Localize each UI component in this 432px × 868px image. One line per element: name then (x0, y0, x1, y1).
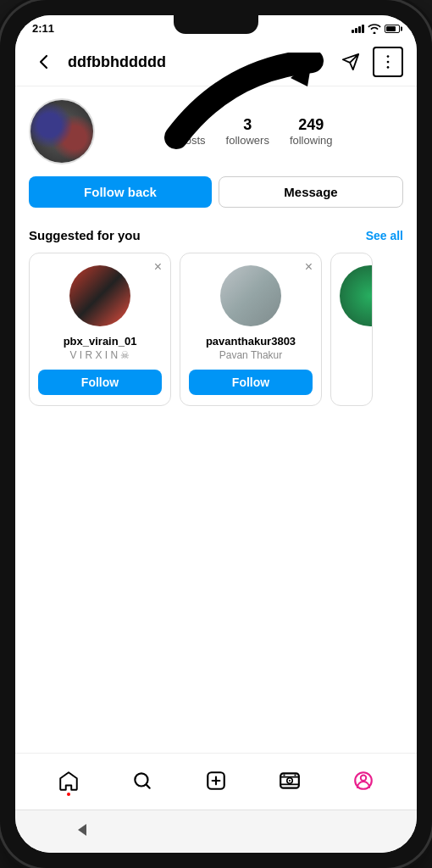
home-notification-dot (67, 793, 70, 796)
status-time: 2:11 (32, 22, 54, 35)
back-button[interactable] (29, 47, 59, 77)
svg-point-9 (283, 774, 285, 776)
content-spacer (15, 495, 417, 754)
svg-point-1 (387, 61, 390, 64)
card-avatar-2 (220, 265, 281, 326)
profile-avatar[interactable] (29, 98, 95, 164)
follow-back-button[interactable]: Follow back (29, 176, 212, 208)
bottom-nav (15, 753, 417, 810)
action-buttons: Follow back Message (29, 176, 403, 208)
nav-profile[interactable] (345, 762, 382, 799)
card-username-1: pbx_virain_01 (38, 335, 162, 348)
svg-point-8 (289, 780, 291, 782)
android-nav (15, 810, 417, 853)
follow-button-2[interactable]: Follow (189, 370, 313, 395)
nav-home[interactable] (50, 762, 87, 799)
svg-point-0 (387, 55, 390, 58)
card-avatar-1 (69, 265, 130, 326)
suggested-section: Suggested for you See all × pbx_virain_0… (15, 216, 417, 495)
arrow-annotation (159, 53, 346, 154)
battery-icon (385, 25, 400, 33)
suggestion-card-2: × pavanthakur3803 Pavan Thakur Follow (180, 253, 322, 406)
status-icons (352, 24, 400, 34)
suggestion-card-3-partial (330, 253, 373, 406)
suggestion-cards-row: × pbx_virain_01 V I R X I N ☠ Follow × p… (29, 253, 403, 406)
suggestion-card-1: × pbx_virain_01 V I R X I N ☠ Follow (29, 253, 171, 406)
see-all-button[interactable]: See all (366, 229, 403, 242)
signal-icon (352, 25, 364, 33)
android-home[interactable] (203, 817, 229, 843)
nav-search[interactable] (124, 762, 161, 799)
follow-button-1[interactable]: Follow (38, 370, 162, 395)
card-displayname-1: V I R X I N ☠ (38, 349, 162, 361)
android-recent[interactable] (337, 817, 363, 843)
wifi-icon (368, 24, 381, 34)
more-button[interactable] (373, 47, 403, 77)
close-card-1[interactable]: × (154, 260, 162, 274)
android-back[interactable] (69, 817, 95, 843)
card-displayname-2: Pavan Thakur (189, 349, 313, 361)
close-card-2[interactable]: × (305, 260, 313, 274)
message-button[interactable]: Message (219, 176, 403, 208)
profile-username: ddfbbhddddd (68, 53, 166, 71)
svg-point-12 (360, 776, 366, 782)
nav-reels[interactable] (271, 762, 308, 799)
svg-point-2 (387, 66, 390, 69)
nav-add[interactable] (197, 762, 235, 799)
svg-point-10 (294, 774, 296, 776)
svg-marker-13 (78, 824, 86, 836)
card-username-2: pavanthakur3803 (189, 335, 313, 348)
suggested-title: Suggested for you (29, 228, 141, 242)
card-avatar-3 (340, 265, 373, 326)
